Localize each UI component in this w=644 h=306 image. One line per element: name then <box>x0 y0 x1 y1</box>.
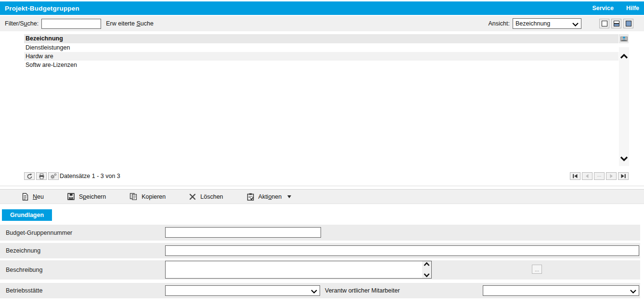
advanced-search-link[interactable]: Erw eiterte Suche <box>106 20 154 27</box>
save-button[interactable]: Speichern <box>67 193 106 200</box>
betriebsstaette-select[interactable] <box>165 285 320 296</box>
layout-toggle-group <box>599 19 633 28</box>
last-page-button[interactable] <box>618 172 629 180</box>
printer-icon <box>39 173 45 179</box>
new-button[interactable]: Neu <box>22 193 44 201</box>
actions-button-label: Aktionen <box>258 193 282 200</box>
settings-button[interactable] <box>48 172 59 180</box>
save-button-label: Speichern <box>79 193 106 200</box>
form-view-icon <box>626 21 631 26</box>
table-row[interactable]: Hardw are <box>24 52 618 61</box>
page-title: Projekt-Budgetgruppen <box>5 5 79 12</box>
next-page-button[interactable] <box>606 172 617 180</box>
scroll-down-icon[interactable] <box>620 156 628 161</box>
table-column-header[interactable]: Bezeichnung <box>24 34 618 43</box>
filter-label: Filter/Suche: <box>5 20 39 27</box>
gears-icon <box>50 173 57 179</box>
pagination: ... <box>570 172 629 180</box>
view-select[interactable]: Bezeichnung <box>513 18 581 29</box>
delete-button[interactable]: Löschen <box>189 193 223 200</box>
copy-button[interactable]: Kopieren <box>129 193 166 200</box>
beschreibung-textarea[interactable] <box>165 261 432 279</box>
form-row-beschreibung: Beschreibung ... <box>0 260 640 280</box>
scroll-up-icon[interactable] <box>620 54 628 59</box>
first-page-button[interactable] <box>570 172 580 180</box>
dropdown-arrow-icon <box>287 195 291 198</box>
menu-service[interactable]: Service <box>592 5 613 12</box>
chevron-down-icon <box>310 289 318 295</box>
delete-x-icon <box>189 193 196 200</box>
bezeichnung-label: Bezeichnung <box>6 247 40 254</box>
split-view-icon <box>614 21 619 26</box>
tab-grundlagen[interactable]: Grundlagen <box>2 209 52 221</box>
verantwortlicher-mitarbeiter-select[interactable] <box>483 285 639 296</box>
section-divider <box>0 186 644 186</box>
copy-icon <box>129 193 137 200</box>
menu-hilfe[interactable]: Hilfe <box>626 5 639 12</box>
new-document-icon <box>22 193 28 201</box>
list-view-icon <box>602 21 607 26</box>
list-status-bar: Datensätze 1 - 3 von 3 ... <box>0 172 644 182</box>
person-icon <box>620 36 628 42</box>
chevron-down-icon <box>572 22 579 28</box>
title-bar: Projekt-Budgetgruppen Service Hilfe <box>0 1 644 15</box>
beschreibung-more-button[interactable]: ... <box>532 265 542 274</box>
last-page-icon <box>620 174 626 178</box>
textarea-scrollbar[interactable] <box>422 261 431 278</box>
chevron-down-icon <box>630 289 637 295</box>
app-window: Projekt-Budgetgruppen Service Hilfe Filt… <box>0 0 644 306</box>
view-label: Ansicht: <box>489 20 510 27</box>
form-row-betriebsstaette: Betriebsstätte Verantw ortlicher Mitarbe… <box>0 283 640 298</box>
page-ellipsis-button[interactable]: ... <box>594 172 605 180</box>
filter-bar: Filter/Suche: Erw eiterte Suche Ansicht:… <box>0 16 644 31</box>
form-view-button[interactable] <box>623 19 633 28</box>
scroll-down-icon[interactable] <box>424 273 430 277</box>
table-row[interactable]: Softw are-Lizenzen <box>24 61 618 69</box>
actions-button[interactable]: Aktionen <box>247 193 292 201</box>
beschreibung-label: Beschreibung <box>6 267 42 273</box>
actions-clipboard-icon <box>247 193 254 201</box>
form-row-bezeichnung: Bezeichnung <box>0 243 640 258</box>
refresh-icon <box>26 173 33 179</box>
next-page-icon <box>608 174 614 178</box>
delete-button-label: Löschen <box>200 193 223 200</box>
betriebsstaette-label: Betriebsstätte <box>6 287 42 294</box>
first-page-icon <box>572 174 578 178</box>
list-view-button[interactable] <box>599 19 609 28</box>
form-row-budget-gruppennummer: Budget-Gruppennummer <box>0 225 640 241</box>
save-icon <box>67 193 75 200</box>
titlebar-menu: Service Hilfe <box>592 5 639 12</box>
table-settings-button[interactable] <box>619 34 629 43</box>
verantwortlicher-mitarbeiter-label: Verantw ortlicher Mitarbeiter <box>325 287 400 294</box>
record-count: Datensätze 1 - 3 von 3 <box>60 173 120 179</box>
new-button-label: Neu <box>33 193 44 200</box>
bezeichnung-input[interactable] <box>165 245 639 256</box>
prev-page-button[interactable] <box>582 172 592 180</box>
table-row[interactable]: Dienstleistungen <box>24 43 618 52</box>
print-button[interactable] <box>36 172 47 180</box>
filter-input[interactable] <box>41 19 101 29</box>
copy-button-label: Kopieren <box>142 193 166 200</box>
action-toolbar: Neu Speichern Kopieren Löschen Aktionen <box>0 189 644 204</box>
table-scrollbar[interactable] <box>619 47 629 166</box>
budget-gruppennummer-label: Budget-Gruppennummer <box>6 230 72 236</box>
prev-page-icon <box>584 174 590 178</box>
split-view-button[interactable] <box>611 19 621 28</box>
scroll-up-icon[interactable] <box>424 262 430 267</box>
budget-gruppennummer-input[interactable] <box>165 227 321 238</box>
view-select-value: Bezeichnung <box>515 20 550 27</box>
refresh-button[interactable] <box>24 172 35 180</box>
beschreibung-textarea-input[interactable] <box>166 261 422 278</box>
